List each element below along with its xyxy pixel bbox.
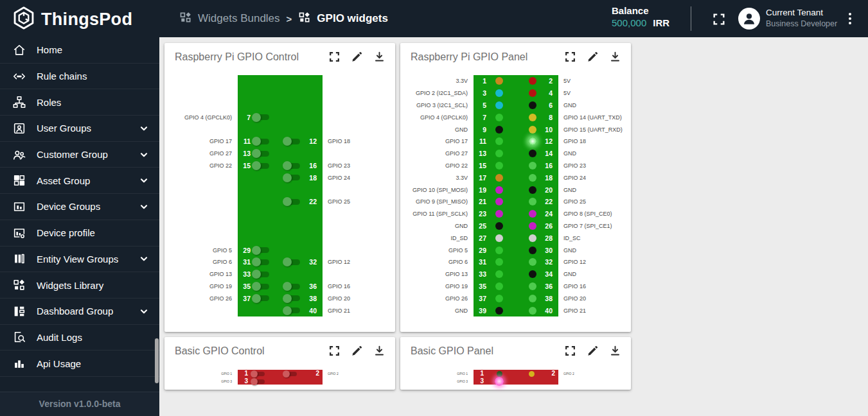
gpio-pin-dot [529,126,536,134]
gpio-toggle[interactable] [252,294,269,303]
sidebar-item-home[interactable]: Home [0,37,159,64]
api-usage-icon [12,356,26,370]
pin-number: 1 [475,75,486,87]
download-icon[interactable] [609,51,622,64]
fullscreen-icon[interactable] [564,51,577,64]
entity-view-groups-icon [12,252,26,266]
breadcrumb-gpio-widgets[interactable]: GPIO widgets [298,11,388,26]
gpio-toggle[interactable] [252,113,269,122]
gpio-toggle[interactable] [252,161,269,170]
edit-icon[interactable] [587,345,599,358]
edit-icon[interactable] [351,51,364,64]
pin-number: 3 [239,377,248,385]
widgets-bundle-icon [179,11,192,26]
gpio-toggle[interactable] [283,197,300,206]
gpio-toggle[interactable] [283,257,300,266]
pin-label-right: GND [563,268,630,280]
gpio-toggle[interactable] [252,257,269,266]
pin-number: 8 [538,112,553,123]
user-groups-icon [12,121,26,135]
gpio-toggle[interactable] [252,282,269,291]
breadcrumb-label-current: GPIO widgets [317,12,388,25]
sidebar-item-entity-view-groups[interactable]: Entity View Groups [0,247,159,273]
gpio-toggle[interactable] [252,137,269,146]
chevron-down-icon [139,123,149,134]
pin-label-left: GND [400,305,468,316]
sidebar-item-user-groups[interactable]: User Groups [0,116,159,142]
sidebar-item-device-profile[interactable]: Device profile [0,220,159,247]
tenant-label: Current Tenant [766,8,837,17]
pin-label-left: GPIO 3 [164,377,232,385]
pin-label-left: GPIO 19 [400,281,468,292]
fullscreen-icon[interactable] [564,345,577,358]
sidebar-item-rule-chains[interactable]: Rule chains [0,64,159,90]
app-logo[interactable]: ThingsPod [12,6,132,33]
sidebar-item-asset-group[interactable]: Asset Group [0,168,159,194]
gpio-pin-dot [495,114,503,121]
pin-number: 15 [239,160,251,171]
gpio-toggle[interactable] [283,173,300,182]
gpio-toggle[interactable] [283,306,300,315]
gpio-pin-dot [529,295,536,302]
sidebar-item-label: Entity View Groups [37,254,139,264]
pin-label-right: GPIO 18 [328,135,394,147]
gpio-toggle[interactable] [252,246,269,255]
fullscreen-icon[interactable] [328,51,341,64]
sidebar-item-label: Device profile [37,227,149,238]
pin-number: 12 [303,135,317,147]
pin-label-left: GPIO 13 [164,268,232,280]
sidebar-item-customer-group[interactable]: Customer Group [0,142,159,168]
avatar[interactable] [738,8,760,30]
sidebar-item-roles[interactable]: Roles [0,89,159,116]
pin-number: 31 [239,256,251,268]
sidebar-item-api-usage[interactable]: Api Usage [0,351,159,377]
sidebar-item-audit-logs[interactable]: Audit Logs [0,325,159,351]
download-icon[interactable] [373,51,386,64]
breadcrumb-widgets-bundles[interactable]: Widgets Bundles [179,11,280,26]
widget-title: Raspberry Pi GPIO Control [175,51,328,63]
pin-number: 11 [475,135,486,147]
balance-widget[interactable]: Balance 500,000 IRR [612,5,669,28]
sidebar-item-label: Api Usage [37,358,149,369]
gpio-pin-dot [529,282,536,290]
chevron-down-icon [139,150,149,160]
gpio-toggle[interactable] [251,370,265,377]
gpio-toggle[interactable] [283,282,300,291]
gpio-toggle[interactable] [251,377,265,385]
gpio-pin-dot [529,101,536,109]
gpio-toggle[interactable] [283,370,297,377]
gpio-toggle[interactable] [283,137,300,146]
device-groups-icon [12,200,26,214]
edit-icon[interactable] [587,51,599,64]
pin-label-left: GPIO 11 (SPI_SCLK) [400,208,468,220]
pin-label-left: GPIO 5 [400,245,468,256]
download-icon[interactable] [609,345,622,358]
pin-number: 12 [538,135,553,147]
breadcrumb-separator: > [287,13,292,24]
pin-label-left: GPIO 6 [400,256,468,268]
gpio-toggle[interactable] [283,294,300,303]
sidebar-item-widgets-library[interactable]: Widgets Library [0,272,159,299]
pin-label-right: GPIO 20 [563,293,630,304]
gpio-toggle[interactable] [252,149,269,158]
gpio-pin-dot [529,371,535,377]
pin-label-right: GPIO 24 [328,172,394,184]
fullscreen-icon[interactable] [328,345,341,358]
gpio-pin-dot [495,307,503,315]
sidebar-item-device-groups[interactable]: Device Groups [0,194,159,220]
gpio-pin-dot [495,247,503,254]
gpio-toggle[interactable] [283,161,300,170]
download-icon[interactable] [373,345,386,358]
sidebar-item-dashboard-group[interactable]: Dashboard Group [0,299,159,325]
pin-number: 5 [475,100,486,111]
pin-number: 39 [475,305,486,316]
fullscreen-icon[interactable] [712,12,726,26]
pin-number: 20 [538,184,553,196]
pin-number: 3 [475,377,484,385]
gpio-toggle[interactable] [252,270,269,279]
edit-icon[interactable] [351,345,364,358]
pin-number: 1 [475,370,484,377]
sidebar-scrollbar[interactable] [155,338,159,383]
balance-value: 500,000 [612,17,646,28]
kebab-menu-icon[interactable] [846,11,855,26]
